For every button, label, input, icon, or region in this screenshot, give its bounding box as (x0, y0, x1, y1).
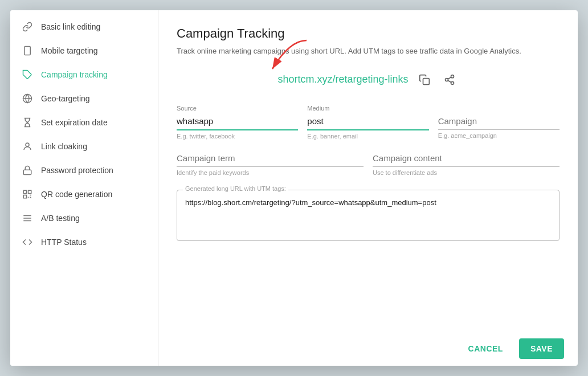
tag-icon (22, 69, 33, 80)
campaign-tracking-modal: Basic link editing Mobile targeting (10, 10, 578, 366)
sidebar-item-label: QR code generation (41, 190, 112, 199)
utm-fields-top: Source E.g. twitter, facebook Medium E.g… (177, 105, 560, 140)
source-input[interactable] (177, 114, 298, 130)
content-field-wrap: Use to differentiate ads (373, 151, 560, 176)
term-hint: Identify the paid keywords (177, 169, 364, 176)
source-label: Source (177, 105, 298, 112)
hourglass-icon (22, 117, 33, 128)
cancel-button[interactable]: CANCEL (457, 338, 514, 359)
short-url-link[interactable]: shortcm.xyz/retargeting-links (277, 73, 408, 85)
source-hint: E.g. twitter, facebook (177, 133, 298, 140)
sidebar-item-basic-link[interactable]: Basic link editing (10, 15, 158, 39)
page-title: Campaign Tracking (177, 26, 560, 41)
svg-line-13 (30, 197, 31, 198)
save-button[interactable]: SAVE (519, 338, 564, 359)
link-icon (22, 21, 33, 32)
sidebar-item-password-protection[interactable]: Password protection (10, 158, 158, 182)
sidebar-item-label: Mobile targeting (41, 46, 98, 55)
globe-icon (22, 93, 33, 104)
sidebar-item-label: Password protection (41, 166, 113, 175)
sidebar-item-label: Set expiration date (41, 118, 108, 127)
svg-rect-8 (28, 190, 31, 193)
svg-line-22 (448, 77, 451, 79)
term-input[interactable] (177, 151, 364, 167)
sidebar-item-qr-code[interactable]: QR code generation (10, 182, 158, 206)
sidebar-item-campaign-tracking[interactable]: Campaign tracking (10, 63, 158, 87)
campaign-hint: E.g. acme_campaign (438, 132, 560, 139)
split-icon (22, 212, 33, 224)
share-button[interactable] (440, 71, 459, 89)
modal-main-content: Campaign Tracking Track online marketing… (158, 10, 578, 366)
medium-hint: E.g. banner, email (307, 133, 428, 140)
lock-icon (22, 165, 33, 176)
sidebar-item-set-expiration[interactable]: Set expiration date (10, 111, 158, 134)
svg-rect-7 (23, 190, 26, 193)
content-hint: Use to differentiate ads (373, 169, 560, 176)
sidebar-item-mobile-targeting[interactable]: Mobile targeting (10, 39, 158, 63)
svg-point-5 (26, 143, 29, 146)
source-field-wrap: Source E.g. twitter, facebook (177, 105, 298, 140)
short-url-row: shortcm.xyz/retargeting-links (177, 71, 560, 89)
campaign-input[interactable] (438, 114, 560, 130)
sidebar-item-label: HTTP Status (41, 238, 87, 247)
svg-line-21 (448, 80, 451, 82)
svg-rect-6 (23, 170, 31, 174)
person-icon (22, 141, 33, 152)
sidebar-item-label: Basic link editing (41, 22, 100, 31)
campaign-field-wrap: Campaign E.g. acme_campaign (438, 105, 560, 140)
copy-button[interactable] (415, 71, 434, 89)
medium-label: Medium (307, 105, 428, 112)
svg-point-18 (451, 75, 454, 77)
svg-rect-17 (423, 78, 429, 84)
svg-rect-9 (23, 195, 26, 198)
svg-point-20 (451, 81, 454, 84)
sidebar-item-ab-testing[interactable]: A/B testing (10, 206, 158, 230)
sidebar-item-label: Link cloaking (41, 142, 87, 151)
code-icon (22, 236, 33, 248)
sidebar-item-http-status[interactable]: HTTP Status (10, 230, 158, 254)
generated-url-box: Generated long URL with UTM tags: https:… (177, 190, 560, 241)
modal-footer: CANCEL SAVE (158, 332, 578, 366)
term-field-wrap: Identify the paid keywords (177, 151, 364, 176)
generated-url-text: https://blog.short.cm/retargeting/?utm_s… (185, 197, 551, 209)
generated-url-label: Generated long URL with UTM tags: (183, 185, 288, 192)
medium-field-wrap: Medium E.g. banner, email (307, 105, 428, 140)
sidebar-item-label: A/B testing (41, 214, 80, 223)
sidebar-item-label: Campaign tracking (41, 70, 108, 79)
sidebar-item-label: Geo-targeting (41, 94, 90, 103)
content-input[interactable] (373, 151, 560, 167)
medium-input[interactable] (307, 114, 428, 130)
utm-fields-bottom: Identify the paid keywords Use to differ… (177, 151, 560, 176)
mobile-icon (22, 45, 33, 56)
sidebar-item-link-cloaking[interactable]: Link cloaking (10, 134, 158, 158)
modal-sidebar: Basic link editing Mobile targeting (10, 10, 158, 366)
qr-icon (22, 189, 33, 200)
svg-point-19 (445, 78, 448, 81)
sidebar-item-geo-targeting[interactable]: Geo-targeting (10, 87, 158, 111)
page-description: Track online marketing campaigns using s… (177, 46, 560, 57)
